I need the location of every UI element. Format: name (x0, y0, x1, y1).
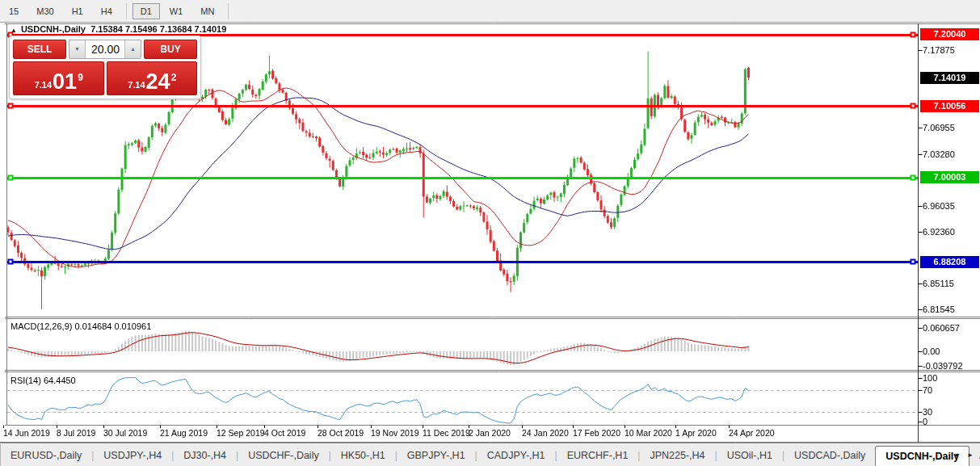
price-tick-label: 6.96035 (923, 200, 979, 212)
buy-price-prefix: 7.14 (128, 80, 145, 90)
timeframe-button-mn[interactable]: MN (192, 3, 222, 19)
buy-price-big: 24 (146, 71, 170, 92)
chart-tab-bar: EURUSD-,Daily|USDJPY-,H4|DJ30-,H4|USDCHF… (0, 443, 980, 466)
tab-gbpjpy-h1[interactable]: GBPJPY-,H1 (397, 445, 475, 466)
sell-price-big: 01 (53, 71, 77, 92)
price-tick-label: 6.92360 (923, 226, 979, 237)
price-tick-label: 6.81545 (923, 304, 979, 315)
chart-symbol-label: USDCNH-,Daily (21, 24, 86, 34)
volume-stepper: ▼ 20.00 ▲ (69, 40, 141, 59)
volume-increase-icon[interactable]: ▲ (124, 40, 141, 58)
rsi-indicator-label: RSI(14) 64.4450 (11, 376, 76, 385)
chart-area: ▲USDCNH-,Daily 7.15384 7.15496 7.13684 7… (0, 23, 980, 443)
price-tick-label: 7.06955 (923, 122, 979, 133)
tab-usdchf-daily[interactable]: USDCHF-,Daily (238, 445, 329, 466)
sell-price-pipette: 9 (78, 72, 83, 83)
macd-tick-label: 0.060657 (923, 322, 979, 334)
tab-usdcad-daily[interactable]: USDCAD-,Daily (784, 445, 875, 466)
timeframe-button-w1[interactable]: W1 (162, 3, 191, 19)
toolbar-separator (228, 3, 229, 19)
timeframe-button-d1[interactable]: D1 (132, 3, 160, 19)
macd-tick-label: -0.039792 (923, 360, 979, 372)
one-click-trade-panel: SELL ▼ 20.00 ▲ BUY 7.14 01 9 7.14 24 2 (9, 36, 201, 99)
price-badge-7.14019: 7.14019 (920, 72, 979, 84)
macd-indicator-label: MACD(12,26,9) 0.014684 0.010961 (11, 321, 151, 331)
timeframe-button-h4[interactable]: H4 (93, 3, 120, 19)
date-tick-label: 21 Aug 2019 (160, 428, 208, 438)
price-badge-7.10056: 7.10056 (920, 100, 979, 112)
tab-scroll-left-icon[interactable]: ◄ (948, 449, 963, 462)
rsi-tick-label: 100 (923, 372, 979, 384)
tab-eurusd-daily[interactable]: EURUSD-,Daily (1, 445, 91, 466)
date-tick-label: 11 Dec 2019 (423, 428, 470, 438)
buy-price-pipette: 2 (171, 72, 177, 83)
price-tick-label: 7.03280 (923, 149, 979, 160)
price-tick-label: 7.17875 (923, 44, 979, 56)
volume-decrease-icon[interactable]: ▼ (69, 40, 86, 58)
tab-dj30-h4[interactable]: DJ30-,H4 (174, 445, 236, 466)
price-badge-6.88208: 6.88208 (920, 256, 979, 268)
collapse-arrow-icon[interactable]: ▲ (11, 27, 17, 34)
price-tick-label: 6.85115 (923, 278, 979, 289)
timeframe-button-m30[interactable]: M30 (28, 3, 61, 19)
date-tick-label: 14 Jun 2019 (3, 428, 50, 438)
buy-quote-button[interactable]: 7.14 24 2 (107, 61, 198, 95)
chart-ohlc-values: 7.15384 7.15496 7.13684 7.14019 (90, 24, 226, 34)
rsi-tick-label: 0 (923, 416, 979, 427)
sell-button[interactable]: SELL (13, 40, 66, 59)
date-tick-label: 10 Mar 2020 (625, 428, 672, 438)
tab-usoil-h1[interactable]: USOil-,H1 (717, 445, 782, 466)
toolbar-separator (126, 3, 127, 19)
tab-cadjpy-h1[interactable]: CADJPY-,H1 (477, 445, 555, 466)
date-tick-label: 4 Oct 2019 (264, 428, 305, 438)
tab-scroll-arrows: ◄ ► (948, 449, 978, 462)
rsi-value: 64.4450 (44, 376, 76, 385)
volume-field[interactable]: 20.00 (86, 40, 124, 58)
price-badge-7.00003: 7.00003 (920, 171, 979, 183)
date-tick-label: 30 Jul 2019 (103, 428, 147, 438)
date-tick-label: 19 Nov 2019 (371, 428, 419, 438)
tab-jpn225-h4[interactable]: JPN225-,H4 (640, 445, 714, 466)
trading-platform-window: 15M30H1H4D1W1MN ▲USDCNH-,Daily 7.15384 7… (0, 0, 980, 466)
timeframe-toolbar: 15M30H1H4D1W1MN (0, 0, 980, 23)
timeframe-button-h1[interactable]: H1 (64, 3, 91, 19)
price-badge-7.20040: 7.20040 (920, 28, 979, 40)
macd-tick-label: 0.00 (923, 346, 979, 357)
buy-button[interactable]: BUY (144, 40, 197, 59)
tab-scroll-right-icon[interactable]: ► (963, 449, 978, 462)
sell-price-prefix: 7.14 (35, 80, 52, 90)
date-tick-label: 17 Feb 2020 (573, 428, 620, 438)
rsi-tick-label: 70 (923, 384, 979, 396)
tab-eurchf-h1[interactable]: EURCHF-,H1 (557, 445, 638, 466)
date-tick-label: 24 Apr 2020 (729, 428, 775, 438)
date-tick-label: 2 Jan 2020 (469, 428, 511, 438)
date-tick-label: 12 Sep 2019 (217, 428, 265, 438)
date-tick-label: 8 Jul 2019 (57, 428, 95, 438)
tab-usdjpy-h4[interactable]: USDJPY-,H4 (94, 445, 171, 466)
timeframe-button-15[interactable]: 15 (1, 3, 27, 19)
date-tick-label: 28 Oct 2019 (318, 428, 364, 438)
chart-title: ▲USDCNH-,Daily 7.15384 7.15496 7.13684 7… (11, 24, 226, 34)
date-tick-label: 1 Apr 2020 (675, 428, 717, 438)
sell-quote-button[interactable]: 7.14 01 9 (13, 61, 104, 95)
tab-hk50-h1[interactable]: HK50-,H1 (331, 445, 395, 466)
date-tick-label: 24 Jan 2020 (522, 428, 569, 438)
macd-values: 0.014684 0.010961 (74, 321, 151, 331)
tabs: EURUSD-,Daily|USDJPY-,H4|DJ30-,H4|USDCHF… (1, 445, 980, 466)
